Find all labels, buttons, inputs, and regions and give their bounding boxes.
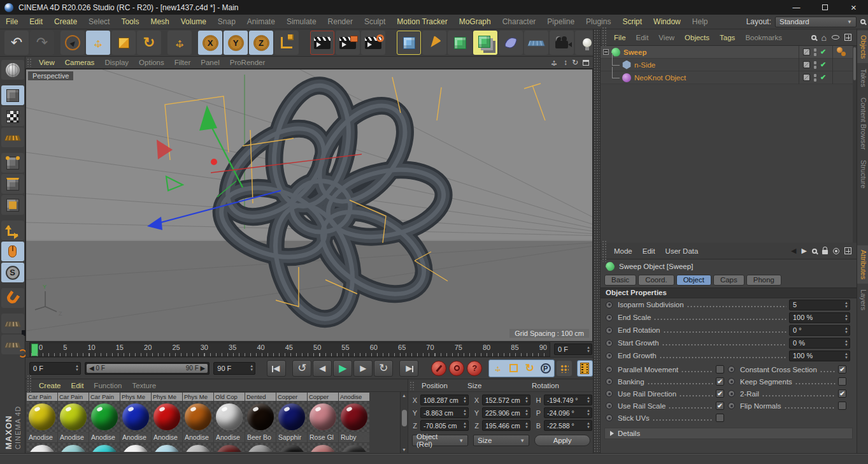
section-header[interactable]: Object Properties — [601, 287, 857, 298]
panel-tab[interactable]: Objects — [857, 31, 868, 63]
attribute-menu-item[interactable]: Mode — [609, 247, 637, 255]
visibility-dots-icon[interactable] — [813, 73, 817, 82]
layout-dropdown[interactable]: Standard ▼ — [775, 17, 857, 27]
material-tile[interactable] — [152, 443, 182, 452]
checkbox[interactable] — [838, 365, 846, 373]
value-field[interactable]: 0 % ▲▼ — [789, 338, 850, 349]
menu-item[interactable]: Mesh — [145, 17, 174, 26]
menu-item[interactable]: Snap — [212, 17, 241, 26]
attribute-menu-item[interactable]: User Data — [660, 247, 704, 255]
live-selection-button[interactable]: ► — [60, 31, 85, 55]
material-menu-item[interactable]: Texture — [127, 382, 161, 389]
animation-dot-icon[interactable] — [606, 327, 613, 334]
history-forward-icon[interactable]: ▶ — [802, 247, 807, 254]
lock-icon[interactable] — [822, 250, 828, 254]
object-name[interactable]: NeoKnot Object — [634, 74, 686, 82]
tree-expander[interactable] — [603, 49, 609, 55]
play-button[interactable]: ▶ — [333, 360, 352, 377]
add-panel-icon[interactable] — [844, 247, 851, 254]
visibility-dots-icon[interactable] — [813, 48, 817, 57]
next-key-button[interactable]: ↻ — [374, 360, 393, 377]
material-menu-item[interactable]: Edit — [66, 382, 89, 389]
panel-tab[interactable]: Attributes — [857, 245, 868, 284]
search-icon[interactable] — [860, 19, 865, 24]
menu-item[interactable]: Script — [616, 17, 648, 26]
menu-item[interactable]: Tools — [115, 17, 145, 26]
material-menu-item[interactable]: Function — [89, 382, 127, 389]
key-scale-toggle[interactable] — [506, 361, 522, 376]
material-tile[interactable] — [245, 443, 276, 452]
object-tree-row[interactable]: n-Side — [601, 59, 857, 71]
panel-splitter[interactable] — [593, 29, 601, 453]
preview-range-slider[interactable]: ◀ 0 F 90 F ▶ — [85, 362, 210, 375]
material-tile[interactable]: Sapphir — [276, 402, 307, 442]
move-tool-button[interactable]: ↔↕ — [86, 31, 110, 55]
tree-expander[interactable] — [612, 67, 620, 78]
viewport-menu-item[interactable]: Display — [99, 59, 134, 66]
spinner-arrows-icon[interactable]: ▲▼ — [587, 422, 590, 429]
spline-pen-button[interactable] — [422, 31, 446, 55]
spinner-arrows-icon[interactable]: ▲▼ — [844, 352, 848, 359]
spinner-arrows-icon[interactable]: ▲▼ — [587, 409, 590, 416]
scroll-down-icon[interactable]: ▼ — [402, 447, 406, 452]
object-manager-menu-item[interactable]: File — [609, 34, 631, 41]
record-keyframe-button[interactable] — [431, 361, 446, 376]
material-tile[interactable]: Anodise — [89, 402, 120, 442]
material-scrollbar[interactable]: ▲ ▼ — [400, 392, 408, 453]
animation-dot-icon[interactable] — [606, 378, 613, 385]
animation-dot-icon[interactable] — [606, 414, 613, 421]
coordinate-mode-dropdown[interactable]: Object (Rel)▼ — [412, 435, 468, 446]
menu-item[interactable]: Volume — [175, 17, 212, 26]
object-tree-row[interactable]: NeoKnot Object — [601, 71, 857, 84]
make-editable-button[interactable] — [1, 60, 24, 80]
attribute-tab[interactable]: Basic — [604, 275, 636, 286]
floor-environment-button[interactable] — [524, 31, 548, 55]
animation-dot-icon[interactable] — [728, 402, 735, 409]
animation-dot-icon[interactable] — [606, 402, 613, 409]
value-field[interactable]: 5 ▲▼ — [789, 300, 850, 310]
value-field[interactable]: 100 % ▲▼ — [789, 312, 850, 323]
goto-end-button[interactable]: ▶ — [399, 360, 418, 377]
material-tile[interactable] — [89, 443, 120, 452]
checkbox[interactable] — [716, 402, 724, 410]
apply-button[interactable]: Apply — [534, 435, 590, 446]
enable-axis-button[interactable] — [1, 221, 24, 240]
coordinate-field[interactable]: -24.096 ° ▲▼ — [544, 407, 592, 418]
history-back-icon[interactable]: ◀ — [791, 247, 796, 254]
material-tile[interactable] — [339, 443, 369, 452]
goto-start-button[interactable]: ◀ — [267, 360, 286, 377]
spinner-arrows-icon[interactable]: ▲▼ — [587, 346, 590, 353]
material-tile[interactable]: Anodise — [152, 402, 182, 442]
maximize-button[interactable] — [811, 0, 839, 15]
spinner-arrows-icon[interactable]: ▲▼ — [525, 409, 529, 416]
subdivision-surface-button[interactable] — [448, 31, 472, 55]
animation-dot-icon[interactable] — [606, 340, 613, 347]
animation-dot-icon[interactable] — [606, 352, 613, 359]
menu-item[interactable]: Help — [687, 17, 714, 26]
current-frame-field[interactable]: 0 F ▲▼ — [554, 344, 592, 355]
animation-dot-icon[interactable] — [606, 390, 613, 397]
checkbox[interactable] — [838, 389, 846, 398]
undo-button[interactable]: ↶ — [4, 31, 29, 55]
menu-item[interactable]: Simulate — [281, 17, 322, 26]
object-manager-menu-item[interactable]: Tags — [715, 34, 740, 41]
attribute-menu-item[interactable]: Edit — [637, 247, 660, 255]
coordinates-grip[interactable] — [409, 381, 415, 390]
material-name-label[interactable]: Anodise — [339, 393, 369, 401]
material-tile[interactable] — [183, 443, 213, 452]
frame-ruler[interactable]: 051015202530354045505560657075808590 — [29, 342, 550, 357]
animation-dot-icon[interactable] — [606, 314, 613, 321]
value-field[interactable]: 100 % ▲▼ — [789, 351, 850, 361]
material-tile[interactable] — [27, 443, 57, 452]
material-tile[interactable]: Rose Gl — [308, 402, 338, 442]
menu-item[interactable]: Plugins — [580, 17, 616, 26]
key-parameter-toggle[interactable]: P — [537, 361, 553, 376]
enabled-check-icon[interactable] — [820, 48, 829, 56]
spinner-arrows-icon[interactable]: ▲▼ — [844, 327, 848, 334]
menu-item[interactable]: Character — [497, 17, 542, 26]
size-mode-dropdown[interactable]: Size▼ — [473, 435, 529, 446]
material-name-label[interactable]: Phys Me — [120, 393, 151, 401]
viewport-tweak-button[interactable] — [1, 242, 24, 261]
coordinate-field[interactable]: 225.906 cm ▲▼ — [482, 407, 530, 418]
end-frame-field[interactable]: 90 F ▲▼ — [213, 362, 255, 375]
